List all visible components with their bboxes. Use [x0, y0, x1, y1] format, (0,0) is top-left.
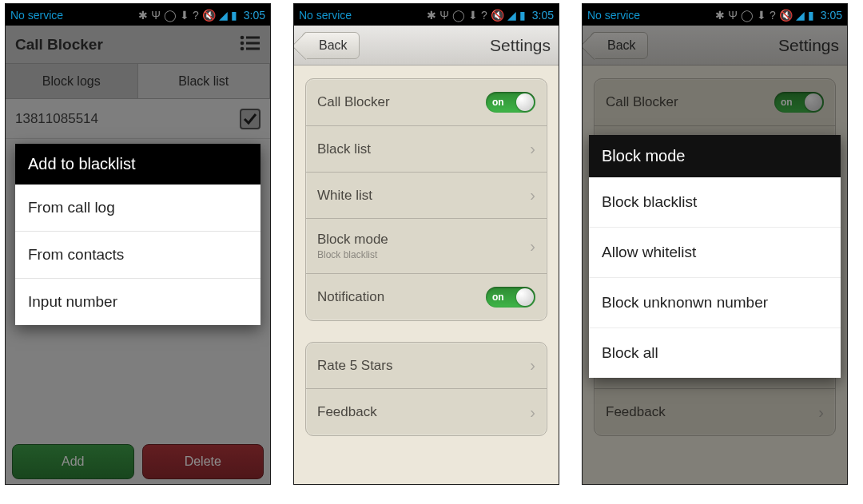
screen-2: No service ✱ Ψ ◯ ⬇ ? 🔇 ◢ ▮ 3:05 Back Set…	[293, 3, 559, 485]
back-button[interactable]: Back	[302, 32, 360, 59]
option-block-unknown[interactable]: Block unknonwn number	[589, 278, 841, 328]
clock: 3:05	[821, 9, 842, 22]
row-rate[interactable]: Rate 5 Stars ›	[306, 343, 547, 389]
usb-icon: Ψ	[728, 9, 738, 22]
toggle-knob	[516, 93, 534, 111]
chevron-right-icon: ›	[530, 140, 535, 158]
battery-icon: ▮	[231, 9, 237, 22]
status-bar: No service ✱ Ψ ◯ ⬇ ? 🔇 ◢ ▮ 3:05	[294, 4, 559, 26]
row-label: Block mode	[317, 232, 388, 248]
add-to-blacklist-dialog: Add to blacklist From call log From cont…	[15, 144, 260, 325]
mute-icon: 🔇	[491, 9, 504, 22]
row-label: Notification	[317, 289, 384, 305]
download-icon: ⬇	[180, 9, 189, 22]
question-icon: ?	[193, 9, 199, 22]
toggle-label: on	[492, 97, 504, 108]
clock: 3:05	[532, 9, 554, 22]
settings-group-2: Rate 5 Stars › Feedback ›	[305, 342, 547, 436]
back-label: Back	[319, 38, 348, 53]
shield-icon: ◯	[741, 9, 754, 22]
mute-icon: 🔇	[202, 9, 216, 22]
status-icons: ✱ Ψ ◯ ⬇ ? 🔇 ◢ ▮ 3:05	[138, 9, 265, 22]
screen-1: No service ✱ Ψ ◯ ⬇ ? 🔇 ◢ ▮ 3:05 Call Blo…	[5, 3, 271, 485]
chevron-right-icon: ›	[530, 356, 535, 375]
row-white-list[interactable]: White list ›	[306, 173, 547, 219]
row-notification[interactable]: Notification on	[306, 274, 547, 320]
usb-icon: Ψ	[151, 9, 161, 22]
signal-icon: ◢	[507, 9, 516, 22]
modal-overlay[interactable]: Add to blacklist From call log From cont…	[6, 26, 270, 484]
row-label: Rate 5 Stars	[317, 358, 393, 374]
option-allow-whitelist[interactable]: Allow whitelist	[589, 228, 841, 278]
row-label: White list	[317, 188, 372, 204]
toggle-on[interactable]: on	[486, 287, 535, 308]
status-icons: ✱ Ψ ◯ ⬇ ? 🔇 ◢ ▮ 3:05	[715, 9, 842, 22]
battery-icon: ▮	[808, 9, 814, 22]
toggle-on[interactable]: on	[486, 92, 535, 113]
row-black-list[interactable]: Black list ›	[306, 126, 547, 173]
bug-icon: ✱	[715, 9, 725, 22]
dialog-title: Block mode	[589, 135, 841, 177]
option-from-contacts[interactable]: From contacts	[15, 232, 260, 279]
download-icon: ⬇	[757, 9, 766, 22]
shield-icon: ◯	[164, 9, 177, 22]
battery-icon: ▮	[519, 9, 526, 22]
row-label: Feedback	[317, 404, 377, 420]
clock: 3:05	[244, 9, 265, 22]
option-block-blacklist[interactable]: Block blacklist	[589, 177, 841, 228]
chevron-right-icon: ›	[530, 186, 535, 204]
bug-icon: ✱	[427, 9, 436, 22]
option-from-call-log[interactable]: From call log	[15, 185, 260, 232]
network-status: No service	[10, 9, 63, 22]
row-block-mode[interactable]: Block mode Block blacklist ›	[306, 219, 547, 274]
row-call-blocker[interactable]: Call Blocker on	[306, 79, 547, 126]
status-icons: ✱ Ψ ◯ ⬇ ? 🔇 ◢ ▮ 3:05	[427, 9, 554, 22]
navbar: Back Settings	[294, 26, 559, 65]
row-label: Call Blocker	[317, 94, 390, 110]
settings-group-1: Call Blocker on Black list › White list …	[305, 78, 547, 321]
row-feedback[interactable]: Feedback ›	[306, 389, 547, 435]
chevron-right-icon: ›	[530, 403, 535, 422]
block-mode-dialog: Block mode Block blacklist Allow whiteli…	[589, 135, 841, 378]
row-sublabel: Block blacklist	[317, 249, 388, 260]
dialog-title: Add to blacklist	[15, 144, 260, 185]
settings-screen: Back Settings Call Blocker on Black list…	[294, 26, 559, 484]
download-icon: ⬇	[468, 9, 478, 22]
status-bar: No service ✱ Ψ ◯ ⬇ ? 🔇 ◢ ▮ 3:05	[583, 4, 847, 26]
bug-icon: ✱	[138, 9, 148, 22]
chevron-right-icon: ›	[530, 237, 535, 256]
usb-icon: Ψ	[439, 9, 449, 22]
question-icon: ?	[770, 9, 776, 22]
option-block-all[interactable]: Block all	[589, 328, 841, 378]
page-title: Settings	[490, 36, 551, 55]
mute-icon: 🔇	[779, 9, 793, 22]
signal-icon: ◢	[796, 9, 805, 22]
option-input-number[interactable]: Input number	[15, 279, 260, 325]
shield-icon: ◯	[452, 9, 465, 22]
status-bar: No service ✱ Ψ ◯ ⬇ ? 🔇 ◢ ▮ 3:05	[6, 4, 270, 26]
screen-3: No service ✱ Ψ ◯ ⬇ ? 🔇 ◢ ▮ 3:05 Back Set…	[582, 3, 848, 485]
network-status: No service	[587, 9, 640, 22]
network-status: No service	[299, 9, 352, 22]
toggle-knob	[516, 288, 534, 306]
signal-icon: ◢	[219, 9, 228, 22]
row-label: Black list	[317, 141, 371, 157]
toggle-label: on	[492, 292, 504, 303]
question-icon: ?	[481, 9, 487, 22]
